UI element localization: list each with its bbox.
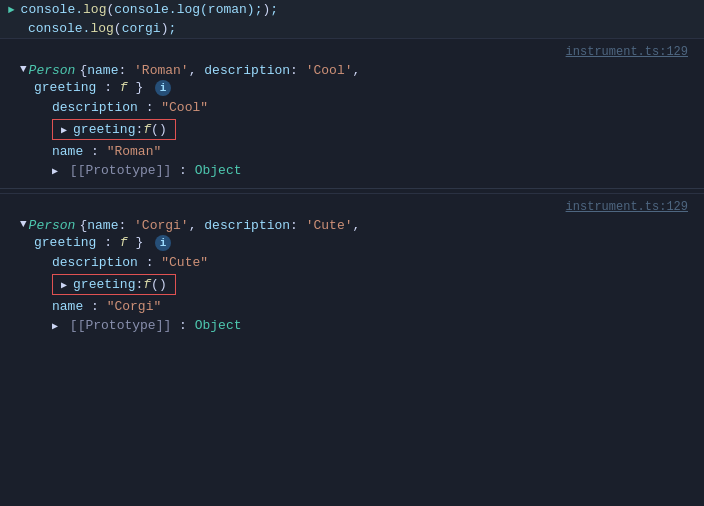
console-arrow: ► bbox=[8, 4, 15, 16]
roman-header-row2: greeting : f } i bbox=[0, 80, 704, 98]
corgi-desc-val: "Cute" bbox=[161, 255, 208, 270]
corgi-name-val: "Corgi" bbox=[107, 299, 162, 314]
log-source-roman: instrument.ts:129 bbox=[0, 43, 704, 61]
corgi-info-badge[interactable]: i bbox=[155, 235, 171, 251]
roman-prototype-row[interactable]: ▶ [[Prototype]] : Object bbox=[0, 161, 704, 180]
console-line-1: ► console.log(console.log(roman);); bbox=[0, 0, 704, 19]
log-source-corgi: instrument.ts:129 bbox=[0, 198, 704, 216]
corgi-greeting-box[interactable]: ▶ greeting : f () bbox=[52, 274, 176, 295]
roman-name-key: name bbox=[52, 144, 83, 159]
roman-header-text: {name: 'Roman', description: 'Cool', bbox=[79, 63, 360, 78]
corgi-greeting-key: greeting bbox=[73, 277, 135, 292]
roman-info-badge[interactable]: i bbox=[155, 80, 171, 96]
corgi-prototype-row[interactable]: ▶ [[Prototype]] : Object bbox=[0, 316, 704, 335]
roman-prototype-key: [[Prototype]] bbox=[70, 163, 171, 178]
console-code-1: console.log(console.log(roman);); bbox=[21, 2, 279, 17]
console-line-2: console.log(corgi); bbox=[0, 19, 704, 38]
corgi-header-row2: greeting : f } i bbox=[0, 235, 704, 253]
corgi-greeting-row: ▶ greeting : f () bbox=[0, 272, 704, 297]
corgi-greeting-header: greeting bbox=[34, 235, 96, 250]
fn-log: log bbox=[83, 2, 106, 17]
roman-desc-val: "Cool" bbox=[161, 100, 208, 115]
console-code-2: console.log(corgi); bbox=[28, 21, 176, 36]
corgi-greeting-arrow: ▶ bbox=[61, 279, 67, 291]
corgi-desc-key: description bbox=[52, 255, 138, 270]
roman-name-val: "Roman" bbox=[107, 144, 162, 159]
fn-log-2: log bbox=[90, 21, 113, 36]
corgi-header-text: {name: 'Corgi', description: 'Cute', bbox=[79, 218, 360, 233]
roman-greeting-header: greeting bbox=[34, 80, 96, 95]
roman-greeting-box[interactable]: ▶ greeting : f () bbox=[52, 119, 176, 140]
corgi-name-row: name : "Corgi" bbox=[0, 297, 704, 316]
roman-collapse-arrow[interactable]: ▼ bbox=[20, 63, 27, 75]
corgi-fn: f bbox=[120, 235, 128, 250]
roman-desc-key: description bbox=[52, 100, 138, 115]
roman-header-row: ▼ Person {name: 'Roman', description: 'C… bbox=[0, 61, 704, 80]
corgi-prototype-key: [[Prototype]] bbox=[70, 318, 171, 333]
console-panel: ► console.log(console.log(roman);); cons… bbox=[0, 0, 704, 506]
block-divider bbox=[0, 188, 704, 189]
corgi-prototype-val: Object bbox=[195, 318, 242, 333]
corgi-name-key: name bbox=[52, 299, 83, 314]
roman-class-name: Person bbox=[29, 63, 76, 78]
log-block-roman: instrument.ts:129 ▼ Person {name: 'Roman… bbox=[0, 38, 704, 184]
roman-greeting-parens: () bbox=[151, 122, 167, 137]
corgi-prototype-arrow: ▶ bbox=[52, 321, 58, 332]
corgi-class-name: Person bbox=[29, 218, 76, 233]
roman-name-row: name : "Roman" bbox=[0, 142, 704, 161]
roman-prototype-arrow: ▶ bbox=[52, 166, 58, 177]
roman-greeting-arrow: ▶ bbox=[61, 124, 67, 136]
corgi-greeting-fn: f bbox=[143, 277, 151, 292]
corgi-collapse-arrow[interactable]: ▼ bbox=[20, 218, 27, 230]
roman-prototype-val: Object bbox=[195, 163, 242, 178]
corgi-header-row: ▼ Person {name: 'Corgi', description: 'C… bbox=[0, 216, 704, 235]
roman-greeting-key: greeting bbox=[73, 122, 135, 137]
corgi-description-row: description : "Cute" bbox=[0, 253, 704, 272]
roman-greeting-row: ▶ greeting : f () bbox=[0, 117, 704, 142]
roman-description-row: description : "Cool" bbox=[0, 98, 704, 117]
log-block-corgi: instrument.ts:129 ▼ Person {name: 'Corgi… bbox=[0, 193, 704, 339]
roman-fn: f bbox=[120, 80, 128, 95]
roman-greeting-fn: f bbox=[143, 122, 151, 137]
corgi-greeting-parens: () bbox=[151, 277, 167, 292]
